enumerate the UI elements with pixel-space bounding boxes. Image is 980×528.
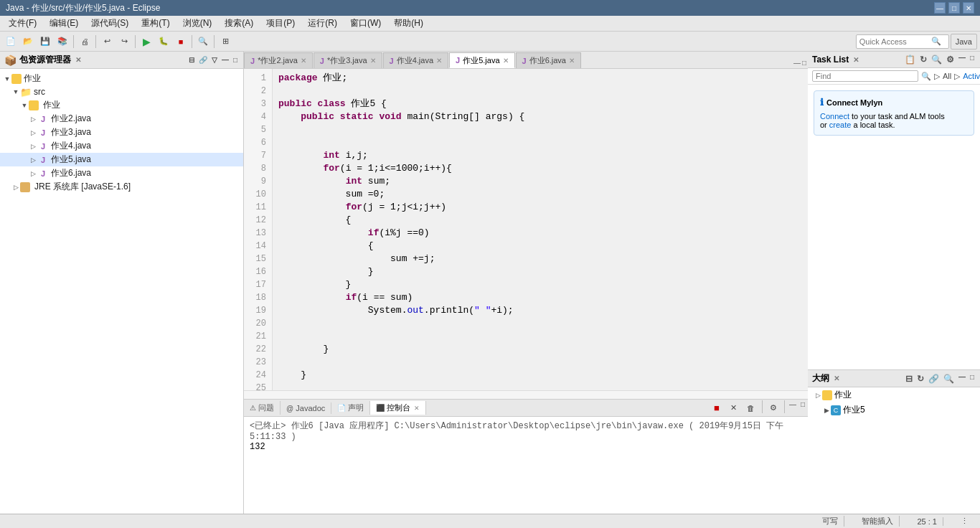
outline-class-icon: C bbox=[831, 405, 841, 415]
minimize-button[interactable]: — bbox=[934, 2, 946, 14]
tab-console-close[interactable]: ✕ bbox=[414, 405, 420, 412]
quick-access-box[interactable]: 🔍 bbox=[856, 34, 949, 49]
tab-icon-4: J bbox=[390, 57, 394, 65]
console-settings-btn[interactable]: ⚙ bbox=[765, 400, 781, 416]
menu-item[interactable]: 窗口(W) bbox=[344, 16, 387, 31]
new-button[interactable]: 📄 bbox=[3, 34, 19, 50]
console-stop-btn[interactable]: ■ bbox=[709, 400, 725, 416]
tab-javadoc[interactable]: @ Javadoc bbox=[281, 402, 331, 414]
collapse-btn[interactable]: ⊟ bbox=[187, 56, 196, 64]
save-button[interactable]: 💾 bbox=[37, 34, 53, 50]
maximize-panel-btn[interactable]: □ bbox=[232, 56, 239, 64]
minimize-panel-btn[interactable]: — bbox=[220, 56, 230, 64]
tab-close-3[interactable]: ✕ bbox=[370, 57, 376, 65]
tab-file2[interactable]: J *作业2.java ✕ bbox=[244, 52, 313, 68]
menu-item[interactable]: 浏览(N) bbox=[177, 16, 218, 31]
tab-file4[interactable]: J 作业4.java ✕ bbox=[383, 52, 448, 68]
java-perspective-btn[interactable]: Java bbox=[951, 34, 977, 50]
tab-close-2[interactable]: ✕ bbox=[301, 57, 306, 65]
task-minimize[interactable]: — bbox=[957, 54, 967, 65]
console-content: <已终止> 作业6 [Java 应用程序] C:\Users\Administr… bbox=[244, 417, 808, 514]
outline-filter-btn[interactable]: 🔍 bbox=[942, 373, 956, 385]
task-list-close: ✕ bbox=[853, 56, 859, 64]
tree-item-file5[interactable]: ▷ J 作业5.java bbox=[0, 153, 243, 166]
all-label[interactable]: All bbox=[943, 72, 951, 80]
tree-item-root[interactable]: ▼ 作业 bbox=[0, 72, 243, 85]
tree-item-package[interactable]: ▼ 作业 bbox=[0, 98, 243, 112]
task-list-title: Task List bbox=[812, 55, 849, 65]
outline-link-btn[interactable]: 🔗 bbox=[927, 373, 941, 385]
filter-btn[interactable]: 🔍 bbox=[930, 54, 943, 65]
create-link[interactable]: create bbox=[829, 121, 852, 129]
tab-problems[interactable]: ⚠ 问题 bbox=[244, 401, 281, 415]
redo-button[interactable]: ↪ bbox=[116, 34, 132, 50]
task-maximize[interactable]: □ bbox=[969, 54, 976, 65]
editor-hscroll[interactable] bbox=[244, 390, 808, 399]
outline-item-class[interactable]: ▶ C 作业5 bbox=[808, 402, 980, 418]
find-search-icon: 🔍 bbox=[921, 72, 931, 81]
outline-minimize[interactable]: — bbox=[957, 373, 967, 385]
outline-item-package[interactable]: ▷ 作业 bbox=[808, 387, 980, 402]
link-btn[interactable]: 🔗 bbox=[197, 56, 209, 64]
tab-file3[interactable]: J *作业3.java ✕ bbox=[314, 52, 382, 68]
stop-button[interactable]: ■ bbox=[173, 34, 189, 50]
tab-file6[interactable]: J 作业6.java ✕ bbox=[516, 52, 581, 68]
tab-console[interactable]: ⬛ 控制台 ✕ bbox=[370, 401, 426, 415]
mylyn-title: ℹ Connect Mylyn bbox=[820, 97, 968, 108]
console-clear-btn[interactable]: 🗑 bbox=[743, 400, 759, 416]
connect-link[interactable]: Connect bbox=[820, 112, 849, 121]
menu-item[interactable]: 运行(R) bbox=[302, 16, 343, 31]
console-sep bbox=[762, 400, 763, 413]
console-close-btn[interactable]: ✕ bbox=[726, 400, 742, 416]
menu-item[interactable]: 项目(P) bbox=[260, 16, 301, 31]
quick-access-input[interactable] bbox=[859, 37, 931, 46]
tab-maximize[interactable]: □ bbox=[802, 59, 806, 67]
new-task-btn[interactable]: 📋 bbox=[903, 54, 917, 65]
close-button[interactable]: ✕ bbox=[963, 2, 974, 14]
menu-item[interactable]: 编辑(E) bbox=[44, 16, 84, 31]
code-content[interactable]: package 作业; public class 作业5 { public st… bbox=[273, 69, 808, 390]
search-button[interactable]: 🔍 bbox=[195, 34, 211, 50]
tab-declaration[interactable]: 📄 声明 bbox=[331, 401, 370, 415]
tree-label-root: 作业 bbox=[24, 72, 41, 85]
menu-item[interactable]: 源代码(S) bbox=[85, 16, 134, 31]
src-icon: 📁 bbox=[20, 86, 32, 98]
tab-file5[interactable]: J 作业5.java ✕ bbox=[449, 52, 514, 68]
tree-item-file4[interactable]: ▷ J 作业4.java bbox=[0, 139, 243, 153]
menu-item[interactable]: 搜索(A) bbox=[219, 16, 259, 31]
view-menu-btn[interactable]: ▽ bbox=[210, 56, 219, 64]
tree-item-file6[interactable]: ▷ J 作业6.java bbox=[0, 166, 243, 180]
refresh-btn[interactable]: ↻ bbox=[918, 54, 928, 65]
tree-item-file3[interactable]: ▷ J 作业3.java bbox=[0, 126, 243, 139]
tree-item-jre[interactable]: ▷ JRE 系统库 [JavaSE-1.6] bbox=[0, 180, 243, 194]
save-all-button[interactable]: 📚 bbox=[55, 34, 70, 50]
tab-minimize[interactable]: — bbox=[793, 59, 801, 67]
tree-item-src[interactable]: ▼ 📁 src bbox=[0, 85, 243, 98]
console-maximize[interactable]: □ bbox=[799, 400, 806, 416]
status-extra: ⋮ bbox=[955, 517, 974, 526]
activate-link[interactable]: Activate... bbox=[963, 72, 980, 80]
menu-item[interactable]: 重构(T) bbox=[136, 16, 175, 31]
tab-close-4[interactable]: ✕ bbox=[436, 57, 442, 65]
tab-close-6[interactable]: ✕ bbox=[569, 57, 575, 65]
run-button[interactable]: ▶ bbox=[138, 34, 154, 50]
maximize-button[interactable]: □ bbox=[948, 2, 960, 14]
open-button[interactable]: 📂 bbox=[20, 34, 36, 50]
tree-arrow-4: ▷ bbox=[29, 143, 37, 150]
console-minimize[interactable]: — bbox=[788, 400, 798, 416]
tab-icon-2: J bbox=[250, 57, 255, 65]
tab-close-5[interactable]: ✕ bbox=[503, 57, 509, 65]
outline-maximize[interactable]: □ bbox=[969, 373, 976, 385]
menu-item[interactable]: 帮助(H) bbox=[388, 16, 429, 31]
undo-button[interactable]: ↩ bbox=[99, 34, 115, 50]
perspective-button[interactable]: ⊞ bbox=[217, 34, 233, 50]
tree-item-file2[interactable]: ▷ J 作业2.java bbox=[0, 112, 243, 126]
outline-refresh-btn[interactable]: ↻ bbox=[915, 373, 925, 385]
print-button[interactable]: 🖨 bbox=[77, 34, 93, 50]
task-settings-btn[interactable]: ⚙ bbox=[945, 54, 956, 65]
menu-item[interactable]: 文件(F) bbox=[3, 16, 42, 31]
debug-button[interactable]: 🐛 bbox=[156, 34, 171, 50]
task-find-input[interactable] bbox=[812, 70, 918, 82]
code-editor[interactable]: 12345 678910 1112131415 1617181920 21222… bbox=[244, 69, 808, 390]
outline-collapse-btn[interactable]: ⊟ bbox=[904, 373, 914, 385]
